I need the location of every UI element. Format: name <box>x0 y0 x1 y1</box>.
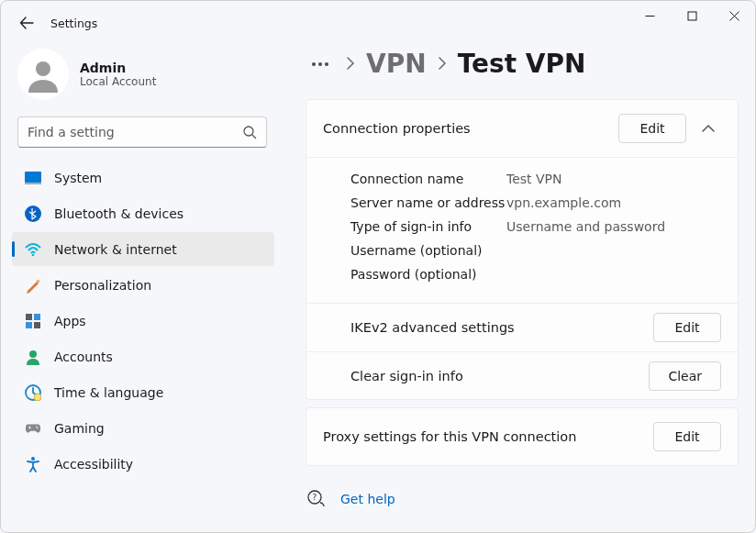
clear-signin-row: Clear sign-in info Clear <box>306 351 738 399</box>
search-icon <box>242 125 257 139</box>
accessibility-icon <box>25 456 41 472</box>
sidebar-item-label: System <box>54 171 102 185</box>
section-title: Proxy settings for this VPN connection <box>323 429 576 444</box>
user-icon <box>25 56 61 93</box>
accounts-icon <box>25 349 41 365</box>
sidebar-item-label: Network & internet <box>54 242 177 257</box>
sidebar-item-apps[interactable]: Apps <box>12 304 274 338</box>
property-value: vpn.example.com <box>506 191 621 215</box>
close-button[interactable] <box>713 1 755 30</box>
breadcrumb-more-button[interactable] <box>306 50 335 79</box>
property-value: Test VPN <box>506 167 562 191</box>
breadcrumb: VPN Test VPN <box>306 49 739 79</box>
svg-point-18 <box>34 394 41 401</box>
main-panel: VPN Test VPN Connection properties Edit … <box>282 45 755 533</box>
sidebar: Admin Local Account Find a setting Syste… <box>10 45 282 533</box>
connection-properties-header: Connection properties Edit <box>306 100 738 157</box>
svg-point-26 <box>325 62 328 66</box>
sidebar-item-label: Bluetooth & devices <box>54 206 183 221</box>
property-label: Password (optional) <box>350 262 506 286</box>
property-row: Type of sign-in info Username and passwo… <box>350 215 721 239</box>
sidebar-item-personalization[interactable]: Personalization <box>12 268 274 302</box>
collapse-toggle[interactable] <box>695 124 721 133</box>
system-icon <box>25 170 41 186</box>
sidebar-item-network[interactable]: Network & internet <box>12 232 274 266</box>
svg-point-9 <box>25 205 41 222</box>
minimize-icon <box>645 11 655 21</box>
proxy-edit-button[interactable]: Edit <box>653 422 721 451</box>
property-label: Connection name <box>350 167 506 191</box>
property-row: Username (optional) <box>350 239 721 262</box>
sidebar-item-label: Personalization <box>54 278 151 293</box>
property-value: Username and password <box>506 215 665 239</box>
nav: System Bluetooth & devices Network & int… <box>10 161 274 481</box>
avatar <box>17 49 69 100</box>
svg-point-10 <box>32 253 35 255</box>
sidebar-item-accessibility[interactable]: Accessibility <box>12 447 274 481</box>
ikev2-row: IKEv2 advanced settings Edit <box>306 304 738 351</box>
svg-point-24 <box>312 62 316 66</box>
sidebar-item-bluetooth[interactable]: Bluetooth & devices <box>12 196 274 230</box>
proxy-settings-card: Proxy settings for this VPN connection E… <box>306 407 739 466</box>
svg-line-6 <box>252 135 256 139</box>
svg-line-2 <box>729 11 739 20</box>
svg-rect-15 <box>34 322 40 328</box>
section-title: Connection properties <box>323 121 471 136</box>
clear-signin-button[interactable]: Clear <box>649 361 721 391</box>
breadcrumb-current: Test VPN <box>458 49 586 79</box>
profile-name: Admin <box>80 61 156 75</box>
proxy-settings-row: Proxy settings for this VPN connection E… <box>306 408 738 465</box>
gaming-icon <box>25 420 41 437</box>
sidebar-item-gaming[interactable]: Gaming <box>12 411 274 445</box>
breadcrumb-parent[interactable]: VPN <box>366 49 427 79</box>
property-label: Type of sign-in info <box>350 215 506 239</box>
svg-rect-20 <box>29 426 30 428</box>
svg-line-3 <box>729 11 739 20</box>
property-row: Connection name Test VPN <box>350 167 721 191</box>
chevron-right-icon <box>346 54 355 73</box>
back-arrow-icon <box>19 16 34 30</box>
svg-point-22 <box>37 427 38 428</box>
personalization-icon <box>25 277 41 294</box>
close-icon <box>729 11 739 21</box>
sidebar-item-system[interactable]: System <box>12 161 274 194</box>
svg-rect-1 <box>688 12 696 20</box>
sidebar-item-label: Accessibility <box>54 457 133 472</box>
property-row: Password (optional) <box>350 262 721 286</box>
svg-point-25 <box>318 62 322 66</box>
ikev2-edit-button[interactable]: Edit <box>653 313 721 342</box>
svg-point-23 <box>31 457 35 461</box>
back-button[interactable] <box>10 6 43 39</box>
svg-rect-7 <box>25 172 41 183</box>
titlebar: Settings <box>1 1 755 45</box>
svg-point-4 <box>36 61 50 76</box>
property-row: Server name or address vpn.example.com <box>350 191 721 215</box>
sidebar-item-time-language[interactable]: Time & language <box>12 375 274 409</box>
search-input[interactable]: Find a setting <box>17 117 267 148</box>
svg-point-16 <box>29 350 37 358</box>
sidebar-item-label: Gaming <box>54 421 105 436</box>
svg-point-5 <box>244 127 253 136</box>
time-language-icon <box>25 384 41 401</box>
profile[interactable]: Admin Local Account <box>10 45 274 117</box>
profile-subtitle: Local Account <box>80 75 156 88</box>
chevron-up-icon <box>702 124 715 133</box>
sidebar-item-accounts[interactable]: Accounts <box>12 339 274 373</box>
connection-properties-subrows: IKEv2 advanced settings Edit Clear sign-… <box>306 303 738 399</box>
sidebar-item-label: Accounts <box>54 350 113 364</box>
connection-properties-card: Connection properties Edit Connection na… <box>306 99 739 400</box>
svg-rect-14 <box>26 322 32 328</box>
help-icon: ? <box>307 490 326 508</box>
connection-properties-body: Connection name Test VPN Server name or … <box>306 157 738 303</box>
get-help-link[interactable]: Get help <box>340 492 395 506</box>
maximize-icon <box>687 11 697 21</box>
search-placeholder: Find a setting <box>28 125 242 139</box>
minimize-button[interactable] <box>628 1 671 30</box>
edit-connection-button[interactable]: Edit <box>618 114 686 143</box>
apps-icon <box>25 313 41 329</box>
maximize-button[interactable] <box>671 1 713 30</box>
window-title: Settings <box>50 17 97 30</box>
property-label: Username (optional) <box>350 239 506 262</box>
svg-text:?: ? <box>313 493 317 502</box>
get-help-row: ? Get help <box>306 490 739 508</box>
